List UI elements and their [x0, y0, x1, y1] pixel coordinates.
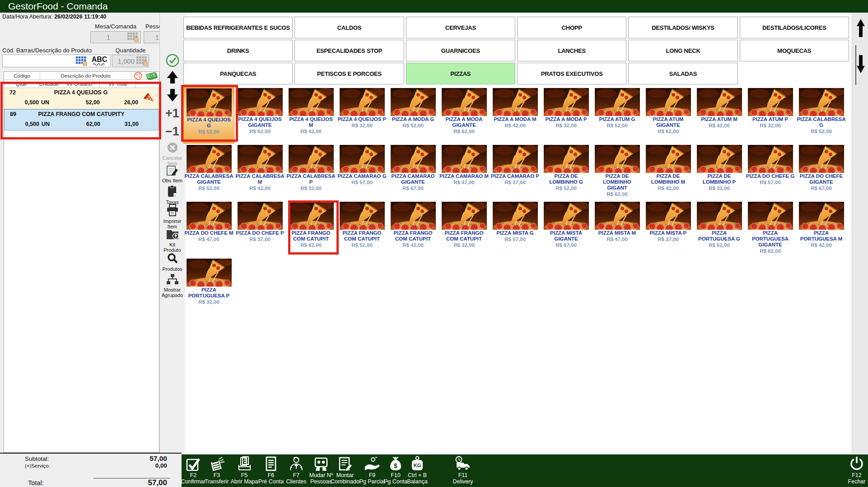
category-pizzas[interactable]: PIZZAS	[406, 63, 515, 84]
side-taxas-button[interactable]: Taxas	[159, 185, 185, 205]
category-caldos[interactable]: CALDOS	[294, 17, 404, 38]
product-tile[interactable]: PIZZA CAMARAO GR$ 57,00	[336, 144, 387, 200]
side-print-item-button[interactable]: Imprimir Item	[159, 204, 185, 229]
side-decrement-qty-button[interactable]: −1	[159, 125, 185, 137]
category-saladas[interactable]: SALADAS	[628, 63, 737, 84]
product-name: PIZZA ATUM GIGANTE	[643, 116, 694, 128]
product-tile[interactable]: PIZZA DO CHEFE PR$ 37,00	[234, 200, 285, 257]
product-tile[interactable]: PIZZA MISTA PR$ 37,00	[643, 200, 694, 257]
item-code: 72	[9, 89, 16, 96]
category-cervejas[interactable]: CERVEJAS	[406, 17, 515, 38]
category-especalidades-stop[interactable]: ESPECALIDADES STOP	[294, 40, 404, 61]
product-tile[interactable]: PIZZA 4 QUEIJOS GIGANTER$ 62,00	[234, 87, 285, 144]
product-tile[interactable]: PIZZA FRANGO COM CATUPITR$ 62,00	[285, 200, 336, 257]
product-tile[interactable]: PIZZA FRANGO COM CATUPITR$ 52,00	[336, 200, 387, 257]
barcode-input[interactable]: ABC	[2, 55, 111, 67]
pizza-photo-icon	[748, 202, 793, 230]
quantidade-input[interactable]: 1,000	[112, 55, 149, 67]
side-confirm-item-button[interactable]	[159, 53, 185, 69]
product-price: R$ 47,00	[183, 237, 234, 242]
product-tile[interactable]: PIZZA CAMARAO MR$ 47,00	[439, 144, 490, 200]
product-tile[interactable]: PIZZA FRANGO COM CATUPITR$ 32,00	[439, 200, 490, 257]
category-chopp[interactable]: CHOPP	[517, 17, 626, 38]
side-move-down-button[interactable]	[159, 88, 185, 103]
mesa-comanda-value: 1	[91, 33, 126, 41]
product-tile[interactable]: PIZZA A MODA MR$ 42,00	[490, 87, 541, 144]
category-drinks[interactable]: DRINKS	[183, 40, 293, 61]
pizza-photo-icon	[442, 145, 487, 173]
numpad-icon[interactable]	[75, 56, 89, 66]
side-kit-produto-button[interactable]: Kit Produto	[159, 228, 185, 253]
fkey-f11-delivery-button[interactable]: F11Delivery	[439, 455, 486, 485]
clipboard-icon	[167, 185, 178, 198]
fkey-f12-fechar-button[interactable]: F12Fechar	[833, 455, 868, 485]
category-bebidas-refrigerantes-e-sucos[interactable]: BEBIDAS REFRIGERANTES E SUCOS	[183, 17, 293, 38]
product-tile[interactable]: PIZZA ATUM MR$ 42,00	[694, 87, 745, 144]
order-item-row[interactable]: 89PIZZA FRANGO COM CATUPITY0,500UN62,003…	[4, 109, 159, 130]
product-name: PIZZA MISTA M	[592, 230, 643, 236]
category-guarnicoes[interactable]: GUARNICOES	[406, 40, 515, 61]
category-lanches[interactable]: LANCHES	[517, 40, 626, 61]
product-tile[interactable]: PIZZA DE LOMBINHO GIGANTR$ 62,00	[592, 144, 643, 200]
product-tile[interactable]: PIZZA DE LOMBINHO GR$ 52,00	[541, 144, 592, 200]
product-tile[interactable]: PIZZA PORTUGUESA GIGANTER$ 62,00	[745, 200, 796, 257]
product-tile[interactable]: PIZZA CALABRESA GIGANTER$ 62,00	[183, 144, 234, 200]
mesa-comanda-input[interactable]: 1	[90, 31, 141, 43]
side-obs-item-button[interactable]: Obs Item	[159, 165, 185, 183]
product-tile[interactable]: PIZZA MISTA MR$ 47,00	[592, 200, 643, 257]
side-increment-qty-button[interactable]: +1	[159, 107, 185, 119]
scroll-down-button[interactable]	[856, 54, 866, 74]
product-tile[interactable]: PIZZA A MODA GR$ 52,00	[387, 87, 439, 144]
product-tile[interactable]: PIZZA A MODA GIGANTER$ 62,00	[439, 87, 490, 144]
category-moquecas[interactable]: MOQUECAS	[740, 40, 849, 61]
scroll-up-button[interactable]	[856, 18, 866, 38]
product-tile[interactable]: PIZZA 4 QUEIJOS PR$ 32,00	[336, 87, 387, 144]
product-tile[interactable]: PIZZA ATUM GIGANTER$ 62,00	[643, 87, 694, 144]
product-tile[interactable]: PIZZA PORTUGUESA GR$ 52,00	[694, 200, 745, 257]
table-header-row1: Código Descrição do Produto	[4, 72, 159, 80]
category-pratos-executivos[interactable]: PRATOS EXECUTIVOS	[517, 63, 626, 84]
product-tile[interactable]: PIZZA A MODA PR$ 32,00	[541, 87, 592, 144]
product-tile[interactable]: PIZZA PORTUGUESA PR$ 32,00	[183, 257, 234, 314]
product-tile[interactable]: PIZZA ATUM PR$ 32,00	[745, 87, 796, 144]
category-destilados-licores[interactable]: DESTILADOS/LICORES	[740, 17, 849, 38]
product-tile[interactable]: PIZZA MISTA GR$ 57,00	[490, 200, 541, 257]
product-tile[interactable]: PIZZA DE LOMBINHO MR$ 42,00	[643, 144, 694, 200]
product-tile[interactable]: PIZZA CALABRESA MR$ 42,00	[234, 144, 285, 200]
quantidade-label: Quantidade	[112, 47, 149, 54]
category-panquecas[interactable]: PANQUECAS	[183, 63, 293, 84]
product-tile[interactable]: PIZZA 4 QUEIJOS GR$ 52,00	[183, 87, 234, 144]
side-mostrar-agrupado-button[interactable]: Mostrar Agrupado	[159, 274, 185, 298]
product-name: PIZZA 4 QUEIJOS P	[336, 116, 387, 122]
product-name: PIZZA PORTUGUESA GIGANTE	[745, 230, 796, 248]
print-item-label: Imprimir Item	[161, 218, 184, 229]
numpad-icon[interactable]	[136, 56, 149, 66]
order-item-row[interactable]: 72PIZZA 4 QUEIJOS G0,500UN52,0026,00	[4, 88, 159, 109]
product-tile[interactable]: PIZZA MISTA GIGANTER$ 67,00	[541, 200, 592, 257]
product-tile[interactable]: PIZZA CALABRESA GR$ 52,00	[796, 87, 847, 144]
money-icon-cell[interactable]	[145, 72, 159, 80]
item-name: PIZZA FRANGO COM CATUPITY	[23, 111, 140, 117]
product-tile[interactable]: PIZZA DE LOMBINHO PR$ 32,00	[694, 144, 745, 200]
category-destilados-wiskys[interactable]: DESTILADOS/ WISKYS	[628, 17, 737, 38]
pizza-photo	[595, 145, 640, 173]
product-tile[interactable]: PIZZA CAMARAO GIGANTER$ 67,00	[387, 144, 439, 200]
pizza-photo	[391, 88, 436, 116]
category-petiscos-e-porcoes[interactable]: PETISCOS E PORCOES	[294, 63, 404, 84]
category-long-neck[interactable]: LONG NECK	[628, 40, 737, 61]
pizza-palette-icon-cell[interactable]	[131, 72, 145, 80]
numpad-icon[interactable]	[126, 32, 140, 42]
product-tile[interactable]: PIZZA DO CHEFE GIGANTER$ 67,00	[796, 144, 847, 200]
side-produtos-button[interactable]: Produtos	[159, 253, 185, 272]
product-tile[interactable]: PIZZA CAMARAO PR$ 37,00	[490, 144, 541, 200]
side-move-up-button[interactable]	[159, 70, 185, 85]
product-tile[interactable]: PIZZA DO CHEFE MR$ 47,00	[183, 200, 234, 257]
product-tile[interactable]: PIZZA 4 QUEIJOS MR$ 42,00	[285, 87, 336, 144]
fkey-ctrlb-balan-a-button[interactable]: KGCtrl + BBalança	[394, 455, 441, 485]
product-tile[interactable]: PIZZA CALABRESA PR$ 32,00	[285, 144, 336, 200]
product-tile[interactable]: PIZZA DO CHEFE GR$ 57,00	[745, 144, 796, 200]
product-tile[interactable]: PIZZA FRANGO COM CATUPITR$ 42,00	[387, 200, 439, 257]
keyboard-abc-icon[interactable]: ABC	[89, 56, 110, 65]
product-tile[interactable]: PIZZA ATUM GR$ 52,00	[592, 87, 643, 144]
product-tile[interactable]: PIZZA PORTUGUESA MR$ 42,00	[796, 200, 847, 257]
